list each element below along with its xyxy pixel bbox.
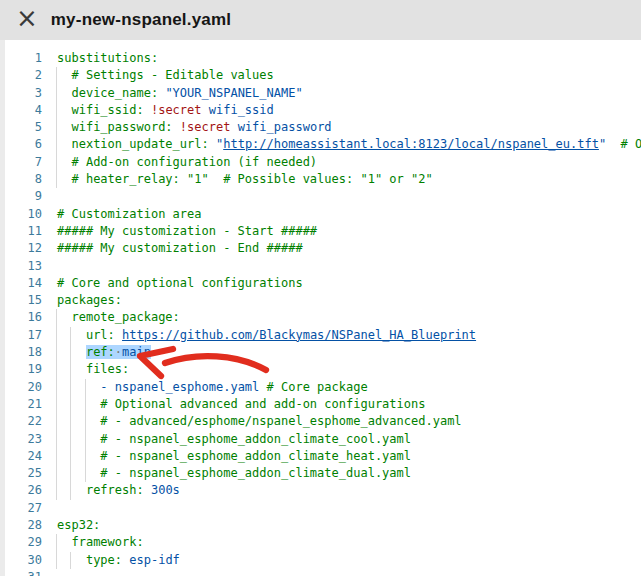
code-line[interactable]: 13 bbox=[0, 258, 641, 275]
code-line[interactable]: 15packages: bbox=[0, 292, 641, 309]
plain-segment bbox=[57, 103, 71, 117]
plain-segment bbox=[144, 483, 151, 497]
plain-segment bbox=[209, 137, 216, 151]
link-segment[interactable]: https://github.com/Blackymas/NSPanel_HA_… bbox=[122, 328, 476, 342]
code-line[interactable]: 2 # Settings - Editable values bbox=[0, 67, 641, 84]
plain-segment bbox=[57, 362, 86, 376]
code-line[interactable]: 6 nextion_update_url: "http://homeassist… bbox=[0, 136, 641, 153]
key-segment: packages: bbox=[57, 293, 122, 307]
val-segment: 300s bbox=[151, 483, 180, 497]
line-number: 17 bbox=[0, 327, 42, 344]
code-line[interactable]: 18 ref:·main bbox=[0, 344, 641, 361]
comment-segment: # Opti bbox=[621, 137, 641, 151]
close-icon[interactable]: × bbox=[16, 5, 38, 31]
plain-segment bbox=[57, 466, 100, 480]
line-number: 26 bbox=[0, 482, 42, 499]
code-text: # - nspanel_esphome_addon_climate_dual.y… bbox=[57, 465, 411, 482]
key-segment: wifi_password: bbox=[71, 120, 172, 134]
line-number: 20 bbox=[0, 379, 42, 396]
line-number: 27 bbox=[0, 500, 42, 517]
line-number: 9 bbox=[0, 188, 42, 205]
line-number: 12 bbox=[0, 240, 42, 257]
plain-segment bbox=[173, 120, 180, 134]
code-text: refresh: 300s bbox=[57, 482, 180, 499]
code-line[interactable]: 21 # Optional advanced and add-on config… bbox=[0, 396, 641, 413]
code-text: - nspanel_esphome.yaml # Core package bbox=[57, 379, 368, 396]
plain-segment bbox=[57, 345, 86, 359]
code-line[interactable]: 16 remote_package: bbox=[0, 309, 641, 326]
val-segment: wifi_password bbox=[238, 120, 332, 134]
code-line[interactable]: 28esp32: bbox=[0, 517, 641, 534]
link-segment[interactable]: http://homeassistant.local:8123/local/ns… bbox=[223, 137, 599, 151]
code-line[interactable]: 9 bbox=[0, 188, 641, 205]
code-line[interactable]: 26 refresh: 300s bbox=[0, 482, 641, 499]
line-number: 5 bbox=[0, 119, 42, 136]
code-area[interactable]: 1substitutions:2 # Settings - Editable v… bbox=[0, 40, 641, 576]
plain-segment bbox=[144, 103, 151, 117]
key-segment: type: bbox=[86, 553, 122, 567]
plain-segment bbox=[57, 68, 71, 82]
comment-segment: # heater_relay: "1" # Possible values: "… bbox=[71, 172, 432, 186]
code-text: wifi_password: !secret wifi_password bbox=[57, 119, 332, 136]
plain-segment bbox=[57, 535, 71, 549]
code-line[interactable]: 12##### My customization - End ##### bbox=[0, 240, 641, 257]
code-line[interactable]: 27 bbox=[0, 500, 641, 517]
code-line[interactable]: 11##### My customization - Start ##### bbox=[0, 223, 641, 240]
comment-segment: # Settings - Editable values bbox=[71, 68, 273, 82]
key-segment: remote_package: bbox=[71, 310, 179, 324]
code-line[interactable]: 23 # - nspanel_esphome_addon_climate_coo… bbox=[0, 431, 641, 448]
code-line[interactable]: 10# Customization area bbox=[0, 206, 641, 223]
code-text: ##### My customization - End ##### bbox=[57, 240, 303, 257]
line-number: 22 bbox=[0, 413, 42, 430]
code-text: packages: bbox=[57, 292, 122, 309]
code-line[interactable]: 1substitutions: bbox=[0, 50, 641, 67]
code-line[interactable]: 25 # - nspanel_esphome_addon_climate_dua… bbox=[0, 465, 641, 482]
code-line[interactable]: 29 framework: bbox=[0, 534, 641, 551]
tag-segment: !secret bbox=[180, 120, 231, 134]
code-line[interactable]: 22 # - advanced/esphome/nspanel_esphome_… bbox=[0, 413, 641, 430]
comment-segment: # Customization area bbox=[57, 207, 202, 221]
comment-segment: # - nspanel_esphome_addon_climate_dual.y… bbox=[100, 466, 411, 480]
key-segment: ref: bbox=[86, 345, 115, 359]
key-segment: esp32: bbox=[57, 518, 100, 532]
code-line[interactable]: 19 files: bbox=[0, 361, 641, 378]
code-text: wifi_ssid: !secret wifi_ssid bbox=[57, 102, 274, 119]
code-line[interactable]: 30 type: esp-idf bbox=[0, 552, 641, 569]
code-line[interactable]: 31 bbox=[0, 569, 641, 576]
comment-segment: # - nspanel_esphome_addon_climate_heat.y… bbox=[100, 449, 411, 463]
key-segment: nextion_update_url: bbox=[71, 137, 208, 151]
line-number: 25 bbox=[0, 465, 42, 482]
plain-segment bbox=[57, 380, 100, 394]
code-line[interactable]: 20 - nspanel_esphome.yaml # Core package bbox=[0, 379, 641, 396]
editor-header: × my-new-nspanel.yaml bbox=[0, 0, 641, 40]
code-text: # Optional advanced and add-on configura… bbox=[57, 396, 425, 413]
code-line[interactable]: 17 url: https://github.com/Blackymas/NSP… bbox=[0, 327, 641, 344]
comment-segment: # Core and optional configurations bbox=[57, 276, 303, 290]
key-segment: wifi_ssid: bbox=[71, 103, 143, 117]
comment-segment: # Add-on configuration (if needed) bbox=[71, 155, 317, 169]
plain-segment bbox=[57, 432, 100, 446]
code-line[interactable]: 5 wifi_password: !secret wifi_password bbox=[0, 119, 641, 136]
code-text: # - nspanel_esphome_addon_climate_heat.y… bbox=[57, 448, 411, 465]
comment-segment: # Core package bbox=[267, 380, 368, 394]
key-segment: substitutions: bbox=[57, 51, 158, 65]
code-line[interactable]: 4 wifi_ssid: !secret wifi_ssid bbox=[0, 102, 641, 119]
plain-segment bbox=[57, 86, 71, 100]
line-number: 28 bbox=[0, 517, 42, 534]
code-line[interactable]: 7 # Add-on configuration (if needed) bbox=[0, 154, 641, 171]
line-number: 15 bbox=[0, 292, 42, 309]
line-number: 6 bbox=[0, 136, 42, 153]
line-number: 19 bbox=[0, 361, 42, 378]
code-line[interactable]: 8 # heater_relay: "1" # Possible values:… bbox=[0, 171, 641, 188]
line-number: 2 bbox=[0, 67, 42, 84]
line-number: 13 bbox=[0, 258, 42, 275]
key-segment: url: bbox=[86, 328, 115, 342]
code-line[interactable]: 3 device_name: "YOUR_NSPANEL_NAME" bbox=[0, 85, 641, 102]
key-segment: refresh: bbox=[86, 483, 144, 497]
code-line[interactable]: 24 # - nspanel_esphome_addon_climate_hea… bbox=[0, 448, 641, 465]
line-number: 7 bbox=[0, 154, 42, 171]
plain-segment bbox=[230, 120, 237, 134]
code-line[interactable]: 14# Core and optional configurations bbox=[0, 275, 641, 292]
code-text: # Customization area bbox=[57, 206, 202, 223]
plain-segment bbox=[57, 120, 71, 134]
